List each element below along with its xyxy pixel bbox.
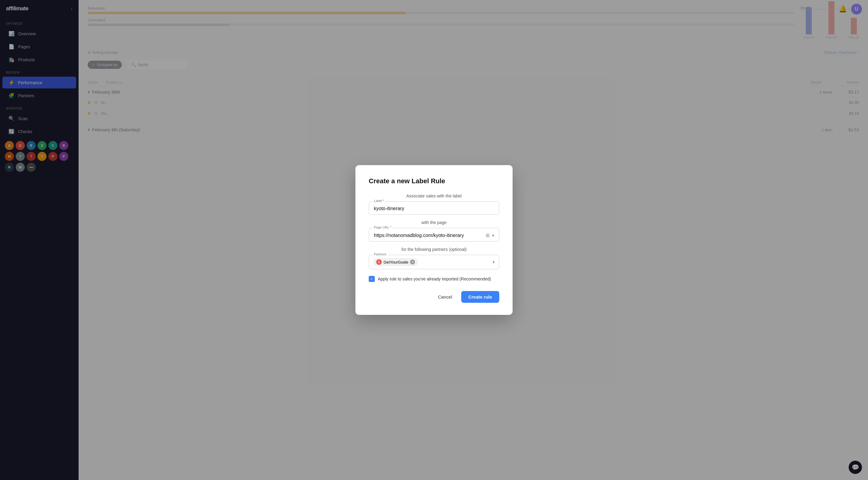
url-field-value[interactable]: https://notanomadblog.com/kyoto-itinerar…	[374, 233, 464, 238]
create-rule-button[interactable]: Create rule	[461, 291, 499, 303]
modal-actions: Cancel Create rule	[369, 291, 499, 303]
grid-icon[interactable]: ⊞	[486, 233, 490, 238]
partners-label-text: for the following partners (optional)	[369, 247, 499, 252]
apply-rule-checkbox[interactable]: ✓	[369, 276, 375, 282]
apply-rule-label: Apply rule to sales you've already impor…	[378, 277, 491, 281]
associate-label-text: Associate sales with the label	[369, 194, 499, 198]
apply-rule-checkbox-row: ✓ Apply rule to sales you've already imp…	[369, 276, 499, 282]
partners-chevron-icon[interactable]: ▾	[493, 260, 495, 265]
modal-create-label-rule: Create a new Label Rule Associate sales …	[355, 165, 513, 315]
partner-chip-avatar: G	[376, 259, 382, 265]
partner-chip-label: GetYourGuide	[383, 260, 408, 265]
with-page-text: with the page	[369, 220, 499, 225]
modal-overlay[interactable]: Create a new Label Rule Associate sales …	[0, 0, 868, 480]
label-field-group: Label * kyoto-itinerary	[369, 201, 499, 215]
url-field-row: https://notanomadblog.com/kyoto-itinerar…	[374, 233, 494, 238]
partners-field-group[interactable]: Partners G GetYourGuide ✕ ▾	[369, 255, 499, 269]
label-field-value[interactable]: kyoto-itinerary	[374, 206, 494, 211]
cancel-button[interactable]: Cancel	[433, 291, 457, 303]
url-field-label: Page URL *	[373, 226, 393, 229]
label-field-label: Label *	[373, 199, 385, 203]
partners-field-label: Partners	[373, 252, 388, 256]
partner-chip-getyourguide: G GetYourGuide ✕	[373, 258, 418, 266]
chevron-down-icon[interactable]: ▾	[492, 233, 494, 238]
partner-chip-remove-button[interactable]: ✕	[410, 260, 415, 265]
modal-title: Create a new Label Rule	[369, 177, 499, 185]
url-field-actions: ⊞ ▾	[486, 233, 494, 238]
url-field-group: Page URL * https://notanomadblog.com/kyo…	[369, 228, 499, 241]
